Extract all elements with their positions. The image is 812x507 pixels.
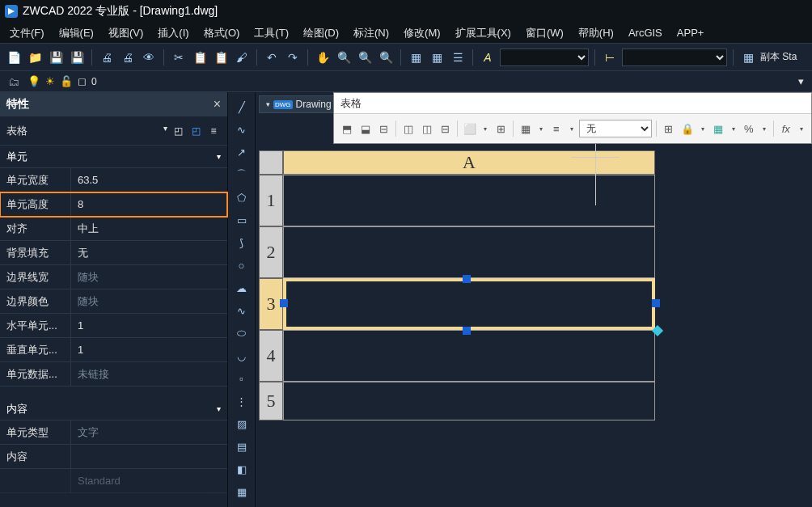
selection-box[interactable]: [283, 278, 655, 330]
merge-dd-icon[interactable]: ▾: [480, 120, 490, 137]
cell-a1[interactable]: [283, 175, 655, 226]
data-dd-icon[interactable]: ▾: [729, 120, 738, 137]
prop-align[interactable]: 对齐 中上: [0, 217, 227, 241]
row-header-1[interactable]: 1: [259, 175, 283, 226]
prop-value[interactable]: 随块: [71, 294, 227, 309]
new-icon[interactable]: 📄: [5, 49, 23, 66]
menu-extend[interactable]: 扩展工具(X): [449, 23, 518, 43]
prop-value[interactable]: 8: [71, 198, 227, 210]
cut-icon[interactable]: ✂: [170, 49, 188, 66]
ellipse-arc-icon[interactable]: ◡: [232, 346, 252, 365]
grip-nw[interactable]: [280, 299, 288, 307]
prop-cell-width[interactable]: 单元宽度 63.5: [0, 168, 227, 192]
point-icon[interactable]: ⋮: [232, 391, 252, 411]
dimstyle-icon[interactable]: ⊢: [601, 49, 619, 66]
open-icon[interactable]: 📁: [26, 49, 44, 66]
undo-icon[interactable]: ↶: [263, 49, 281, 66]
lock-icon[interactable]: 🔒: [679, 120, 696, 137]
prop-cell-type[interactable]: 单元类型 文字: [0, 420, 227, 445]
menu-file[interactable]: 文件(F): [3, 23, 51, 43]
delete-col-icon[interactable]: ⊟: [437, 120, 453, 137]
menu-edit[interactable]: 编辑(E): [53, 23, 100, 43]
layer-manager-icon[interactable]: 🗂: [5, 73, 23, 91]
prop-value[interactable]: 1: [71, 319, 227, 332]
paste-icon[interactable]: 📋: [212, 49, 230, 66]
document-tab[interactable]: ▾ DWG Drawing: [259, 95, 339, 113]
filter-icon[interactable]: ≡: [206, 124, 221, 138]
table-draw-icon[interactable]: ▦: [232, 482, 252, 501]
fill-combo[interactable]: 无: [579, 120, 652, 137]
percent-icon[interactable]: %: [741, 120, 757, 137]
copy-icon[interactable]: 📋: [191, 49, 209, 66]
prop-value[interactable]: 随块: [71, 270, 227, 285]
cell-a2[interactable]: [283, 226, 655, 278]
menu-help[interactable]: 帮助(H): [572, 23, 620, 43]
cell-border-icon[interactable]: ⊞: [661, 120, 677, 137]
layer-combo[interactable]: [500, 49, 589, 66]
ellipse-icon[interactable]: ⬭: [232, 323, 252, 343]
grip-s[interactable]: [463, 327, 471, 335]
border-icon[interactable]: ▦: [518, 120, 534, 137]
line-icon[interactable]: ╱: [232, 97, 252, 116]
table-icon[interactable]: ▦: [428, 49, 446, 66]
col-header-a[interactable]: A: [283, 150, 655, 175]
select-icon[interactable]: ◰: [171, 124, 185, 138]
align-dd-icon[interactable]: ▾: [567, 120, 577, 137]
rect-icon[interactable]: ▭: [232, 210, 252, 230]
tab-dropdown-icon[interactable]: ▾: [266, 100, 270, 108]
section-content-header[interactable]: 内容 ▾: [0, 398, 227, 420]
row-header-5[interactable]: 5: [259, 382, 283, 420]
preview-icon[interactable]: 👁: [140, 49, 158, 66]
plot-icon[interactable]: 🖨: [119, 49, 137, 66]
region-icon[interactable]: ◧: [232, 459, 252, 479]
layer-sun-icon[interactable]: ☀: [45, 75, 55, 87]
merge-icon[interactable]: ⬜: [462, 120, 478, 137]
ray-icon[interactable]: ↗: [232, 142, 252, 162]
prop-border-color[interactable]: 边界颜色 随块: [0, 289, 227, 314]
circle-icon[interactable]: ○: [232, 256, 252, 275]
row-header-2[interactable]: 2: [259, 226, 283, 278]
prop-border-width[interactable]: 边界线宽 随块: [0, 265, 227, 289]
menu-view[interactable]: 视图(V): [102, 23, 150, 43]
prop-value[interactable]: Standard: [71, 475, 227, 487]
annot-icon[interactable]: ▦: [739, 49, 757, 66]
prop-content[interactable]: 内容: [0, 445, 227, 469]
hatch-icon[interactable]: ▨: [232, 414, 252, 433]
arc2-icon[interactable]: ⟆: [232, 233, 252, 252]
prop-vert-cell[interactable]: 垂直单元... 1: [0, 338, 227, 362]
prop-value[interactable]: 文字: [71, 425, 227, 440]
insert-row-below-icon[interactable]: ⬓: [357, 120, 374, 137]
percent-dd-icon[interactable]: ▾: [759, 120, 769, 137]
prop-value[interactable]: 无: [71, 246, 227, 260]
menu-app[interactable]: APP+: [670, 24, 711, 41]
zoom-window-icon[interactable]: 🔍: [356, 49, 374, 66]
arc-icon[interactable]: ⌒: [232, 165, 252, 184]
canvas[interactable]: ▾ DWG Drawing 表格 ⬒ ⬓ ⊟ ◫ ◫ ⊟ ⬜ ▾ ⊞ ▦ ▾: [256, 92, 812, 507]
delete-row-icon[interactable]: ⊟: [375, 120, 391, 137]
spline-icon[interactable]: ∿: [232, 301, 252, 320]
data-icon[interactable]: ▦: [710, 120, 726, 137]
layer-name[interactable]: 0: [91, 76, 97, 87]
prop-cell-data[interactable]: 单元数据... 未链接: [0, 362, 227, 387]
zoom-prev-icon[interactable]: 🔍: [377, 49, 395, 66]
prop-value[interactable]: 中上: [71, 222, 227, 236]
unmerge-icon[interactable]: ⊞: [493, 120, 509, 137]
border-dd-icon[interactable]: ▾: [536, 120, 546, 137]
print-icon[interactable]: 🖨: [98, 49, 116, 66]
menu-modify[interactable]: 修改(M): [397, 23, 447, 43]
fx-icon[interactable]: fx: [778, 120, 794, 137]
prop-standard[interactable]: Standard: [0, 469, 227, 493]
dimstyle-combo[interactable]: [622, 49, 727, 66]
prop-horiz-cell[interactable]: 水平单元... 1: [0, 314, 227, 338]
menu-insert[interactable]: 插入(I): [151, 23, 195, 43]
zoom-icon[interactable]: 🔍: [335, 49, 353, 66]
block-icon[interactable]: ▫: [232, 369, 252, 388]
layer-dropdown-icon[interactable]: ▾: [798, 75, 804, 87]
grip-ne[interactable]: [652, 299, 660, 307]
lock-dd-icon[interactable]: ▾: [697, 120, 707, 137]
prop-value[interactable]: 1: [71, 344, 227, 356]
save-icon[interactable]: 💾: [47, 49, 65, 66]
grid-icon[interactable]: ▦: [407, 49, 425, 66]
prop-bgfill[interactable]: 背景填充 无: [0, 241, 227, 265]
canvas-content[interactable]: A 1 2 3 4 5: [256, 116, 812, 507]
